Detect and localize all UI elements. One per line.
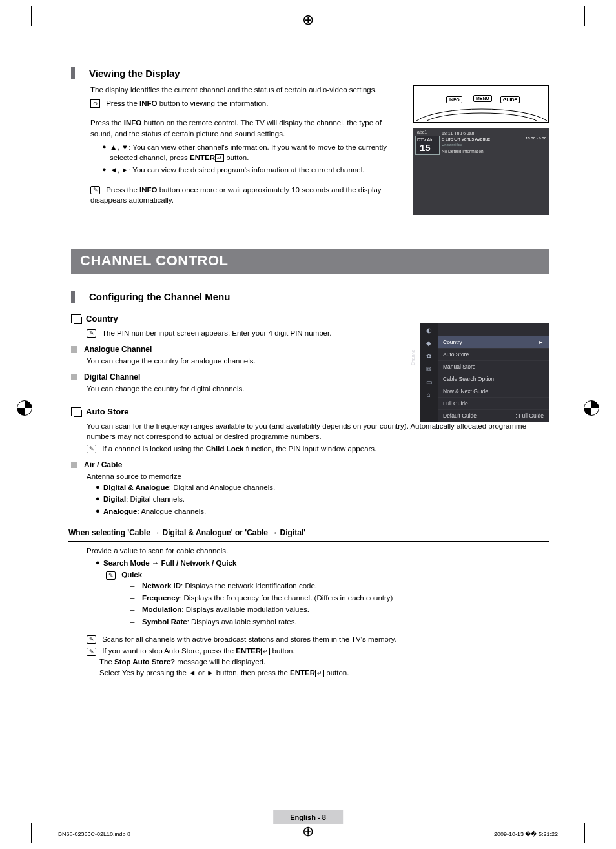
crop-mark	[584, 823, 585, 843]
registration-mark-icon: ⊕	[302, 12, 314, 28]
remote-outline-icon	[414, 86, 549, 123]
square-bullet-icon	[71, 314, 81, 323]
crop-mark	[6, 36, 26, 36]
menu-item: Cable Search Option	[438, 373, 549, 385]
square-bullet-icon	[71, 407, 81, 416]
menu-item: Manual Store	[438, 360, 549, 373]
menu-item-selected: Country ►	[438, 336, 549, 348]
content-area: Viewing the Display The display identifi…	[71, 67, 549, 678]
note-text: Press the INFO button once more or wait …	[90, 186, 382, 205]
bullet-icon: ●	[96, 506, 103, 517]
bullet-text: Search Mode → Full / Network / Quick	[103, 558, 236, 569]
tv-label: abc1	[415, 130, 440, 134]
note-text: Scans for all channels with active broad…	[102, 635, 396, 643]
bullet-icon: ●	[96, 558, 103, 569]
dash-icon: –	[130, 617, 142, 628]
print-footer: BN68-02363C-02L10.indb 8 2009-10-13 �� 5…	[58, 831, 558, 837]
section-header: Viewing the Display	[71, 67, 549, 79]
section-title: Configuring the Channel Menu	[89, 291, 230, 302]
dash-text: Symbol Rate: Displays available symbol r…	[142, 617, 297, 628]
dash-text: Frequency: Displays the frequency for th…	[142, 593, 393, 604]
menu-icon: ◆	[425, 340, 433, 347]
dash-item: –Modulation: Displays available modulati…	[130, 604, 549, 615]
registration-target-icon	[17, 400, 32, 416]
note-icon: ✎	[87, 635, 96, 644]
subheading-title: Country	[86, 313, 118, 325]
bullet-icon: ●	[96, 482, 103, 493]
bullet-icon: ●	[102, 165, 110, 176]
text: Press the INFO button to viewing the inf…	[106, 99, 268, 107]
registration-target-icon	[584, 400, 599, 416]
bullet-text: ◄, ►: You can view the desired program's…	[110, 165, 364, 176]
note-text: Quick	[121, 571, 142, 578]
dash-item: –Network ID: Displays the network identi…	[130, 580, 549, 591]
gray-square-icon	[71, 374, 77, 380]
note: ✎ If you want to stop Auto Store, press …	[87, 646, 549, 657]
remote-hint-icon: O	[90, 99, 100, 108]
osd-menu-illustration: Channel ◐ ◆ ✿ ✉ ▭ ⌂ Country ► Auto Store	[420, 323, 549, 422]
menu-icon: ✿	[425, 353, 433, 360]
gray-square-icon	[71, 346, 77, 353]
sub-item: Air / Cable	[71, 460, 549, 471]
menu-item: Default Guide : Full Guide	[438, 409, 549, 422]
page: ⊕ ⊕ Viewing the Display The display iden…	[0, 0, 616, 849]
enter-icon: ↵	[315, 670, 324, 677]
sub-item-title: Air / Cable	[84, 460, 122, 469]
underline-heading: When selecting 'Cable → Digital & Analog…	[68, 527, 549, 542]
section-bar-icon	[71, 291, 75, 303]
menu-item: Now & Next Guide	[438, 385, 549, 397]
doc-timestamp: 2009-10-13 �� 5:21:22	[494, 831, 558, 837]
doc-filename: BN68-02363C-02L10.indb 8	[58, 831, 130, 837]
sub-item-title: Analogue Channel	[84, 345, 152, 354]
menu-icon: ◐	[425, 327, 433, 334]
dash-item: –Symbol Rate: Displays available symbol …	[130, 617, 549, 628]
tv-channel-number: 15	[417, 142, 438, 153]
menu-body: ◐ ◆ ✿ ✉ ▭ ⌂ Country ► Auto Store Manual …	[420, 323, 549, 422]
bullet-icon: ●	[96, 494, 103, 505]
menu-item-label: Default Guide	[443, 413, 477, 419]
remote-illustration: INFO MENU GUIDE	[413, 85, 549, 123]
tv-classification: Unclassified	[442, 143, 546, 148]
bullet-icon: ●	[102, 142, 110, 163]
tv-program-row: D Life On Venus Avenue18:00 - 6:00	[442, 136, 546, 143]
dash-icon: –	[130, 593, 142, 604]
note-icon: ✎	[87, 648, 96, 656]
section-title: Viewing the Display	[89, 68, 180, 79]
dash-text: Modulation: Displays available modulatio…	[142, 604, 309, 615]
tv-channel-info: DTV Air 15	[415, 136, 440, 155]
note-text: If a channel is locked using the Child L…	[102, 445, 376, 453]
paragraph: Provide a value to scan for cable channe…	[87, 546, 549, 557]
note: ✎ Quick	[106, 569, 549, 580]
bullet-item: ● ◄, ►: You can view the desired program…	[102, 165, 400, 176]
menu-list: Country ► Auto Store Manual Store Cable …	[438, 323, 549, 422]
tv-program-info: 18:11 Thu 6 Jan D Life On Venus Avenue18…	[442, 130, 546, 154]
bullet-item: ● Search Mode → Full / Network / Quick	[96, 558, 549, 569]
crop-mark	[6, 819, 26, 819]
bullet-text: Digital: Digital channels.	[103, 494, 185, 505]
dash-icon: –	[130, 580, 142, 591]
note-icon: ✎	[106, 571, 116, 580]
crop-mark	[31, 6, 32, 26]
note: ✎ Scans for all channels with active bro…	[87, 634, 549, 645]
paragraph: The Stop Auto Store? message will be dis…	[99, 657, 549, 668]
note-icon: ✎	[87, 445, 96, 453]
menu-item-label: Country	[443, 339, 462, 345]
dash-icon: –	[130, 604, 142, 615]
enter-icon: ↵	[261, 648, 270, 655]
note: ✎ Press the INFO button once more or wai…	[90, 185, 400, 206]
bullet-item: ● Digital: Digital channels.	[96, 494, 549, 505]
menu-item-value: : Full Guide	[516, 413, 544, 419]
note-icon: ✎	[90, 186, 100, 194]
sub-item-title: Digital Channel	[84, 373, 140, 382]
bullet-text: Analogue: Analogue channels.	[103, 506, 206, 517]
crop-mark	[584, 6, 585, 26]
chapter-banner: CHANNEL CONTROL	[71, 249, 549, 274]
paragraph: Press the INFO button on the remote cont…	[90, 118, 400, 139]
bullet-item: ● Analogue: Analogue channels.	[96, 506, 549, 517]
menu-icon-rail: ◐ ◆ ✿ ✉ ▭ ⌂	[420, 323, 438, 422]
tv-air-label: DTV Air	[417, 138, 438, 142]
bullet-item: ● Digital & Analogue: Digital and Analog…	[96, 482, 549, 493]
dash-text: Network ID: Displays the network identif…	[142, 580, 317, 591]
note-text: If you want to stop Auto Store, press th…	[102, 647, 294, 655]
subheading-title: Auto Store	[86, 406, 128, 418]
